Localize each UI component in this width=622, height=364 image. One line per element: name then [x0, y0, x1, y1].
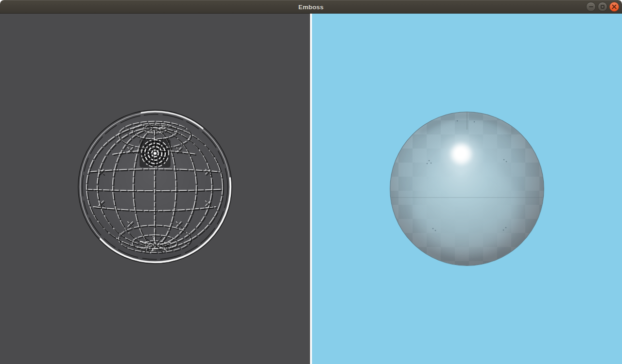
titlebar[interactable]: Emboss: [0, 0, 622, 14]
window-controls: [586, 0, 619, 14]
specular-highlight: [444, 136, 479, 171]
maximize-icon: [601, 5, 605, 9]
minimize-button[interactable]: [586, 2, 596, 12]
render-viewport: [312, 14, 622, 364]
minimize-icon: [589, 6, 593, 7]
shaded-sphere: [384, 106, 550, 271]
shaded-sphere-surface: [390, 112, 544, 265]
viewports: [0, 14, 622, 364]
emboss-viewport: [0, 14, 310, 364]
maximize-button[interactable]: [598, 2, 607, 12]
close-button[interactable]: [609, 2, 619, 12]
emboss-window: Emboss: [0, 0, 622, 364]
emboss-highlight-rings: [139, 139, 171, 167]
close-icon: [611, 4, 617, 10]
embossed-sphere: [72, 104, 238, 269]
window-title: Emboss: [298, 3, 324, 11]
